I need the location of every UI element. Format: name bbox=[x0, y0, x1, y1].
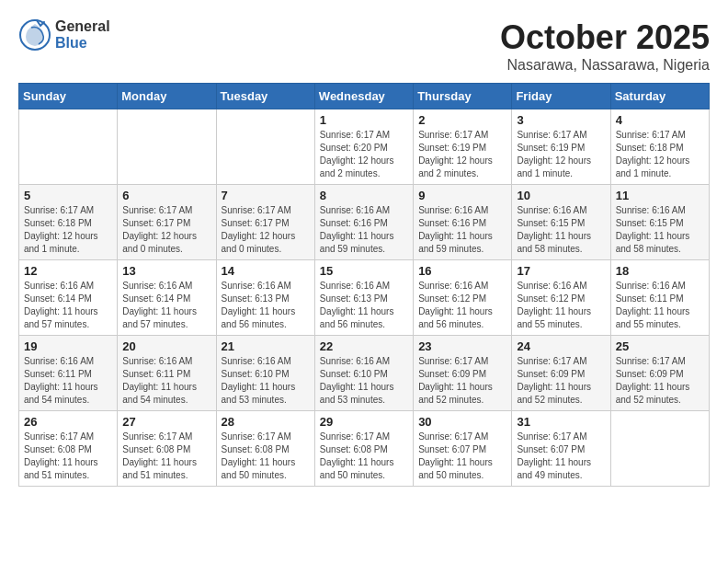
day-info: Sunrise: 6:17 AM Sunset: 6:09 PM Dayligh… bbox=[616, 355, 704, 407]
day-number: 3 bbox=[517, 113, 605, 127]
day-info: Sunrise: 6:17 AM Sunset: 6:19 PM Dayligh… bbox=[517, 129, 605, 180]
location-title: Nasarawa, Nassarawa, Nigeria bbox=[500, 57, 710, 74]
calendar-cell: 13Sunrise: 6:16 AM Sunset: 6:14 PM Dayli… bbox=[118, 260, 216, 336]
day-number: 14 bbox=[222, 264, 310, 278]
logo-general-text: General bbox=[55, 18, 110, 35]
calendar-cell: 27Sunrise: 6:17 AM Sunset: 6:08 PM Dayli… bbox=[118, 411, 216, 487]
day-info: Sunrise: 6:16 AM Sunset: 6:10 PM Dayligh… bbox=[320, 355, 408, 407]
logo-blue-text: Blue bbox=[55, 35, 110, 52]
calendar-cell: 25Sunrise: 6:17 AM Sunset: 6:09 PM Dayli… bbox=[610, 336, 709, 411]
calendar-cell: 4Sunrise: 6:17 AM Sunset: 6:18 PM Daylig… bbox=[610, 109, 709, 185]
calendar-cell bbox=[19, 109, 118, 185]
day-number: 13 bbox=[122, 264, 210, 278]
day-number: 30 bbox=[418, 415, 506, 429]
day-info: Sunrise: 6:16 AM Sunset: 6:16 PM Dayligh… bbox=[320, 204, 408, 256]
day-info: Sunrise: 6:16 AM Sunset: 6:11 PM Dayligh… bbox=[122, 355, 210, 407]
weekday-header-wednesday: Wednesday bbox=[314, 84, 413, 109]
weekday-header-row: SundayMondayTuesdayWednesdayThursdayFrid… bbox=[19, 84, 710, 109]
day-info: Sunrise: 6:16 AM Sunset: 6:15 PM Dayligh… bbox=[616, 204, 704, 256]
calendar-week-3: 12Sunrise: 6:16 AM Sunset: 6:14 PM Dayli… bbox=[19, 260, 710, 336]
day-number: 26 bbox=[24, 415, 112, 429]
calendar-cell: 5Sunrise: 6:17 AM Sunset: 6:18 PM Daylig… bbox=[19, 185, 118, 260]
logo-icon bbox=[18, 18, 51, 52]
page-header: General Blue October 2025 Nasarawa, Nass… bbox=[18, 18, 710, 74]
day-info: Sunrise: 6:17 AM Sunset: 6:09 PM Dayligh… bbox=[418, 355, 506, 407]
day-info: Sunrise: 6:16 AM Sunset: 6:11 PM Dayligh… bbox=[24, 355, 112, 407]
calendar-week-1: 1Sunrise: 6:17 AM Sunset: 6:20 PM Daylig… bbox=[19, 109, 710, 185]
calendar-cell: 20Sunrise: 6:16 AM Sunset: 6:11 PM Dayli… bbox=[118, 336, 216, 411]
calendar-cell: 28Sunrise: 6:17 AM Sunset: 6:08 PM Dayli… bbox=[216, 411, 314, 487]
day-number: 8 bbox=[320, 189, 408, 202]
day-info: Sunrise: 6:16 AM Sunset: 6:14 PM Dayligh… bbox=[122, 280, 210, 331]
calendar-cell: 19Sunrise: 6:16 AM Sunset: 6:11 PM Dayli… bbox=[19, 336, 118, 411]
calendar-week-2: 5Sunrise: 6:17 AM Sunset: 6:18 PM Daylig… bbox=[19, 185, 710, 260]
weekday-header-monday: Monday bbox=[118, 84, 216, 109]
calendar-week-5: 26Sunrise: 6:17 AM Sunset: 6:08 PM Dayli… bbox=[19, 411, 710, 487]
day-info: Sunrise: 6:17 AM Sunset: 6:18 PM Dayligh… bbox=[24, 204, 112, 256]
day-number: 28 bbox=[222, 415, 310, 429]
day-info: Sunrise: 6:17 AM Sunset: 6:08 PM Dayligh… bbox=[24, 431, 112, 482]
day-number: 1 bbox=[320, 113, 408, 127]
calendar-cell: 10Sunrise: 6:16 AM Sunset: 6:15 PM Dayli… bbox=[512, 185, 610, 260]
day-info: Sunrise: 6:17 AM Sunset: 6:07 PM Dayligh… bbox=[418, 431, 506, 482]
calendar-cell: 8Sunrise: 6:16 AM Sunset: 6:16 PM Daylig… bbox=[314, 185, 413, 260]
day-info: Sunrise: 6:17 AM Sunset: 6:18 PM Dayligh… bbox=[616, 129, 704, 180]
weekday-header-saturday: Saturday bbox=[610, 84, 709, 109]
weekday-header-sunday: Sunday bbox=[19, 84, 118, 109]
day-number: 7 bbox=[222, 189, 310, 202]
day-info: Sunrise: 6:16 AM Sunset: 6:10 PM Dayligh… bbox=[222, 355, 310, 407]
day-number: 16 bbox=[418, 264, 506, 278]
calendar-cell: 9Sunrise: 6:16 AM Sunset: 6:16 PM Daylig… bbox=[414, 185, 512, 260]
day-info: Sunrise: 6:17 AM Sunset: 6:07 PM Dayligh… bbox=[517, 431, 605, 482]
day-number: 4 bbox=[616, 113, 704, 127]
day-info: Sunrise: 6:17 AM Sunset: 6:19 PM Dayligh… bbox=[418, 129, 506, 180]
day-info: Sunrise: 6:17 AM Sunset: 6:08 PM Dayligh… bbox=[320, 431, 408, 482]
calendar-cell: 11Sunrise: 6:16 AM Sunset: 6:15 PM Dayli… bbox=[610, 185, 709, 260]
calendar-cell: 14Sunrise: 6:16 AM Sunset: 6:13 PM Dayli… bbox=[216, 260, 314, 336]
calendar-week-4: 19Sunrise: 6:16 AM Sunset: 6:11 PM Dayli… bbox=[19, 336, 710, 411]
calendar-cell: 16Sunrise: 6:16 AM Sunset: 6:12 PM Dayli… bbox=[414, 260, 512, 336]
day-number: 29 bbox=[320, 415, 408, 429]
day-info: Sunrise: 6:16 AM Sunset: 6:13 PM Dayligh… bbox=[320, 280, 408, 331]
calendar-cell: 23Sunrise: 6:17 AM Sunset: 6:09 PM Dayli… bbox=[414, 336, 512, 411]
month-title: October 2025 bbox=[500, 18, 710, 57]
calendar-cell: 30Sunrise: 6:17 AM Sunset: 6:07 PM Dayli… bbox=[414, 411, 512, 487]
calendar-cell: 21Sunrise: 6:16 AM Sunset: 6:10 PM Dayli… bbox=[216, 336, 314, 411]
day-number: 23 bbox=[418, 339, 506, 353]
day-number: 18 bbox=[616, 264, 704, 278]
day-number: 6 bbox=[122, 189, 210, 202]
day-info: Sunrise: 6:16 AM Sunset: 6:11 PM Dayligh… bbox=[616, 280, 704, 331]
calendar-cell: 12Sunrise: 6:16 AM Sunset: 6:14 PM Dayli… bbox=[19, 260, 118, 336]
day-number: 2 bbox=[418, 113, 506, 127]
day-info: Sunrise: 6:17 AM Sunset: 6:08 PM Dayligh… bbox=[222, 431, 310, 482]
calendar-cell: 29Sunrise: 6:17 AM Sunset: 6:08 PM Dayli… bbox=[314, 411, 413, 487]
day-number: 12 bbox=[24, 264, 112, 278]
calendar-cell: 1Sunrise: 6:17 AM Sunset: 6:20 PM Daylig… bbox=[314, 109, 413, 185]
calendar-cell: 7Sunrise: 6:17 AM Sunset: 6:17 PM Daylig… bbox=[216, 185, 314, 260]
calendar-cell bbox=[118, 109, 216, 185]
day-number: 20 bbox=[122, 339, 210, 353]
day-number: 5 bbox=[24, 189, 112, 202]
logo: General Blue bbox=[18, 18, 110, 52]
day-info: Sunrise: 6:16 AM Sunset: 6:13 PM Dayligh… bbox=[222, 280, 310, 331]
logo-text: General Blue bbox=[55, 18, 110, 51]
calendar-cell: 15Sunrise: 6:16 AM Sunset: 6:13 PM Dayli… bbox=[314, 260, 413, 336]
calendar-cell bbox=[610, 411, 709, 487]
calendar-cell: 26Sunrise: 6:17 AM Sunset: 6:08 PM Dayli… bbox=[19, 411, 118, 487]
calendar-cell: 31Sunrise: 6:17 AM Sunset: 6:07 PM Dayli… bbox=[512, 411, 610, 487]
day-info: Sunrise: 6:16 AM Sunset: 6:12 PM Dayligh… bbox=[418, 280, 506, 331]
day-info: Sunrise: 6:17 AM Sunset: 6:09 PM Dayligh… bbox=[517, 355, 605, 407]
calendar-cell: 3Sunrise: 6:17 AM Sunset: 6:19 PM Daylig… bbox=[512, 109, 610, 185]
day-number: 15 bbox=[320, 264, 408, 278]
calendar-cell: 18Sunrise: 6:16 AM Sunset: 6:11 PM Dayli… bbox=[610, 260, 709, 336]
weekday-header-tuesday: Tuesday bbox=[216, 84, 314, 109]
day-info: Sunrise: 6:17 AM Sunset: 6:20 PM Dayligh… bbox=[320, 129, 408, 180]
calendar-cell: 24Sunrise: 6:17 AM Sunset: 6:09 PM Dayli… bbox=[512, 336, 610, 411]
calendar-cell: 2Sunrise: 6:17 AM Sunset: 6:19 PM Daylig… bbox=[414, 109, 512, 185]
day-number: 10 bbox=[517, 189, 605, 202]
day-number: 9 bbox=[418, 189, 506, 202]
day-number: 22 bbox=[320, 339, 408, 353]
day-info: Sunrise: 6:16 AM Sunset: 6:14 PM Dayligh… bbox=[24, 280, 112, 331]
day-number: 31 bbox=[517, 415, 605, 429]
day-number: 17 bbox=[517, 264, 605, 278]
